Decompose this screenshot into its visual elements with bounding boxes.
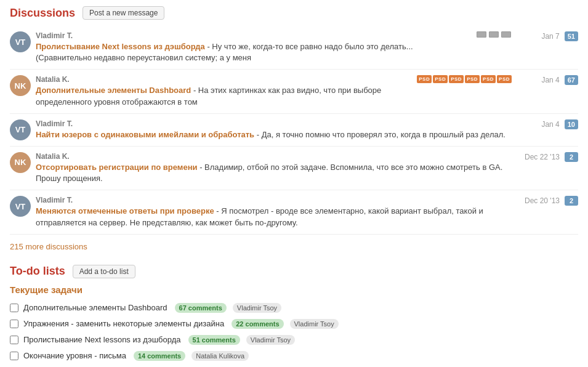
todo-item: Упражнения - заменить некоторые элементы… xyxy=(10,316,578,332)
discussion-date: Jan 7 xyxy=(541,32,559,41)
file-icon[interactable] xyxy=(501,31,511,38)
discussions-title: Discussions xyxy=(10,7,75,20)
count-badge: 51 xyxy=(565,31,578,41)
file-icon[interactable] xyxy=(477,31,486,38)
discussion-right: Dec 22 '132 xyxy=(517,152,578,162)
todo-checkbox[interactable] xyxy=(10,304,18,312)
file-icon[interactable] xyxy=(489,31,499,38)
discussion-text: Найти юзеров с одинаковыми имейлами и об… xyxy=(36,129,512,140)
todo-label: Пролистывание Next lessons из дэшборда xyxy=(23,335,181,344)
discussion-right: Jan 467 xyxy=(517,75,578,85)
discussion-text: Пролистывание Next lessons из дэшборда -… xyxy=(36,41,471,63)
discussion-link[interactable]: Пролистывание Next lessons из дэшборда xyxy=(36,42,205,51)
file-icons xyxy=(476,31,512,38)
psd-icon[interactable]: PSD xyxy=(497,75,512,83)
discussion-item: NKNatalia K.Дополнительные элементы Dash… xyxy=(10,70,578,113)
discussion-item: NKNatalia K.Отсортировать регистрации по… xyxy=(10,147,578,190)
discussion-body: Vladimir T.Пролистывание Next lessons из… xyxy=(36,31,471,63)
discussion-author: Vladimir T. xyxy=(36,31,471,40)
avatar: NK xyxy=(10,75,31,96)
person-badge: Vladimir Tsoy xyxy=(246,335,295,345)
avatar: NK xyxy=(10,152,31,173)
post-new-message-button[interactable]: Post a new message xyxy=(83,6,164,20)
todo-item: Окончание уровня - текст на сайте8 comme… xyxy=(10,364,578,367)
discussion-list: VTVladimir T.Пролистывание Next lessons … xyxy=(10,26,578,235)
todo-item: Дополнительные элементы Dashboard67 comm… xyxy=(10,300,578,316)
todo-title: To-do lists xyxy=(10,265,65,278)
discussion-right: Jan 410 xyxy=(517,119,578,129)
discussion-link[interactable]: Дополнительные элементы Dashboard xyxy=(36,86,191,95)
todo-list-heading[interactable]: Текущие задачи xyxy=(10,284,83,295)
discussion-date: Dec 22 '13 xyxy=(525,153,560,161)
discussion-body: Vladimir T.Меняются отмеченные ответы пр… xyxy=(36,196,512,228)
discussion-date: Jan 4 xyxy=(541,76,559,84)
person-badge: Natalia Kulikova xyxy=(191,351,249,361)
person-badge: Vladimir Tsoy xyxy=(233,303,281,313)
count-badge: 67 xyxy=(565,75,578,85)
discussion-author: Vladimir T. xyxy=(36,196,512,204)
discussion-text: Отсортировать регистрации по времени - В… xyxy=(36,162,512,184)
avatar: VT xyxy=(10,119,31,140)
comments-badge[interactable]: 14 comments xyxy=(134,351,185,361)
todo-item: Окончание уровня - письма14 commentsNata… xyxy=(10,348,578,364)
comments-badge[interactable]: 67 comments xyxy=(175,303,227,313)
psd-icon[interactable]: PSD xyxy=(465,75,480,83)
todo-checkbox[interactable] xyxy=(10,320,18,328)
discussion-date: Jan 4 xyxy=(541,120,559,129)
todo-label: Дополнительные элементы Dashboard xyxy=(23,303,167,312)
psd-icon[interactable]: PSD xyxy=(433,75,448,83)
count-badge: 10 xyxy=(565,119,578,129)
discussion-item: VTVladimir T.Найти юзеров с одинаковыми … xyxy=(10,114,578,147)
discussion-body: Natalia K.Отсортировать регистрации по в… xyxy=(36,152,512,184)
todo-item: Пролистывание Next lessons из дэшборда51… xyxy=(10,332,578,348)
count-badge: 2 xyxy=(565,196,578,206)
psd-icon[interactable]: PSD xyxy=(481,75,496,83)
file-icons: PSDPSDPSDPSDPSDPSD xyxy=(417,75,512,83)
discussion-right: Dec 20 '132 xyxy=(517,196,578,206)
add-todo-list-button[interactable]: Add a to-do list xyxy=(73,265,135,278)
discussion-link[interactable]: Отсортировать регистрации по времени xyxy=(36,163,198,172)
person-badge: Vladimir Tsoy xyxy=(290,319,339,329)
discussion-author: Vladimir T. xyxy=(36,119,512,128)
avatar: VT xyxy=(10,31,31,52)
count-badge: 2 xyxy=(565,152,578,162)
discussion-author: Natalia K. xyxy=(36,152,512,161)
todo-checkbox[interactable] xyxy=(10,352,18,360)
todo-header: To-do lists Add a to-do list xyxy=(10,265,578,278)
discussion-right: Jan 751 xyxy=(517,31,578,41)
discussion-item: VTVladimir T.Меняются отмеченные ответы … xyxy=(10,190,578,234)
discussion-link[interactable]: Меняются отмеченные ответы при проверке xyxy=(36,206,214,216)
todo-checkbox[interactable] xyxy=(10,336,18,344)
todo-items: Дополнительные элементы Dashboard67 comm… xyxy=(10,300,578,367)
discussion-item: VTVladimir T.Пролистывание Next lessons … xyxy=(10,26,578,70)
psd-icon[interactable]: PSD xyxy=(449,75,464,83)
avatar: VT xyxy=(10,196,31,217)
discussion-body: Natalia K.Дополнительные элементы Dashbo… xyxy=(36,75,412,107)
discussion-body: Vladimir T.Найти юзеров с одинаковыми им… xyxy=(36,119,512,140)
psd-icon[interactable]: PSD xyxy=(417,75,432,83)
todo-label: Окончание уровня - письма xyxy=(23,351,126,360)
discussion-date: Dec 20 '13 xyxy=(525,196,560,205)
comments-badge[interactable]: 22 comments xyxy=(232,319,283,329)
discussions-header: Discussions Post a new message xyxy=(10,6,578,20)
discussion-link[interactable]: Найти юзеров с одинаковыми имейлами и об… xyxy=(36,130,254,139)
comments-badge[interactable]: 51 comments xyxy=(188,335,240,345)
discussion-text: Дополнительные элементы Dashboard - На э… xyxy=(36,85,412,107)
discussion-text: Меняются отмеченные ответы при проверке … xyxy=(36,206,512,228)
more-discussions-link[interactable]: 215 more discussions xyxy=(10,242,87,251)
discussion-author: Natalia K. xyxy=(36,75,412,84)
todo-label: Упражнения - заменить некоторые элементы… xyxy=(23,319,224,328)
